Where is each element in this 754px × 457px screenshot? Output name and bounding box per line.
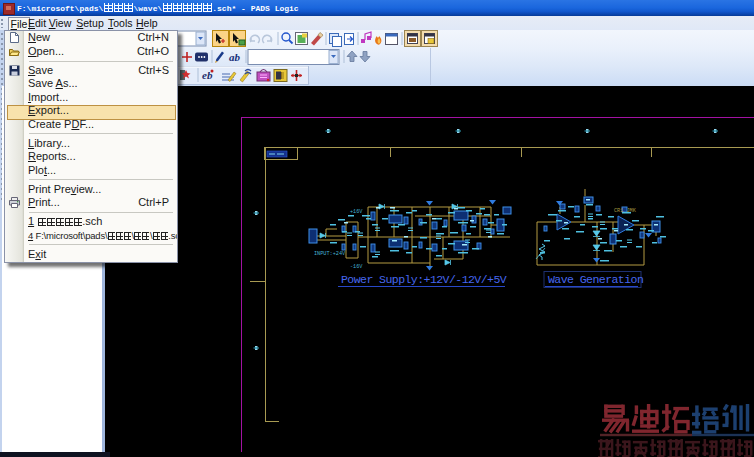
svg-text:CR1 JMK: CR1 JMK bbox=[614, 208, 637, 214]
svg-text:+16V: +16V bbox=[350, 209, 363, 215]
svg-text:INPUT:+24V: INPUT:+24V bbox=[314, 251, 346, 257]
svg-text:-16V: -16V bbox=[350, 264, 363, 270]
svg-text:Wave Generation: Wave Generation bbox=[548, 273, 643, 286]
svg-text:ab: ab bbox=[229, 51, 241, 63]
svg-text:Power Supply:+12V/-12V/+5V: Power Supply:+12V/-12V/+5V bbox=[341, 273, 507, 286]
